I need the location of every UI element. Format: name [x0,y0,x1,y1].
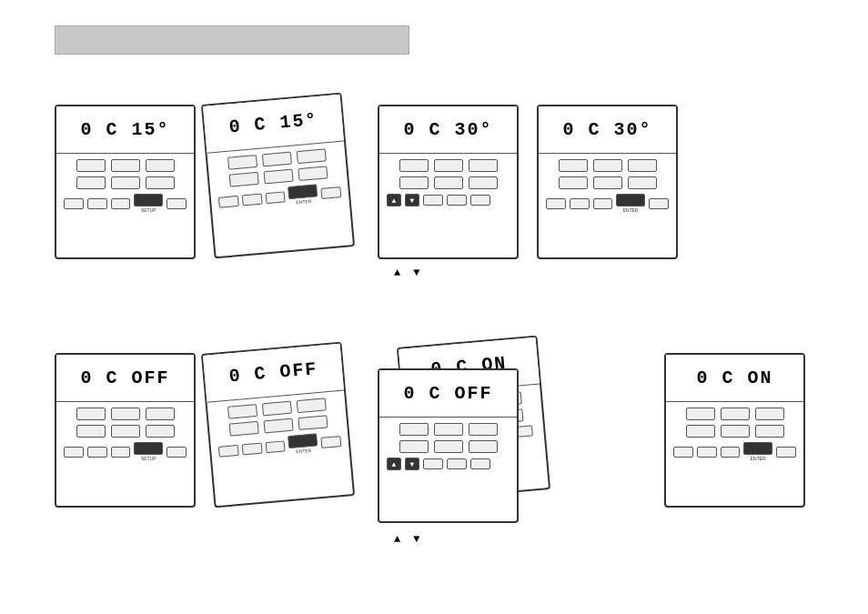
buttons-r1p3: ▲ ▼ [379,154,517,257]
display-r1p4: 0 C 30° [539,106,676,154]
btn[interactable] [399,440,429,453]
enter-button[interactable] [616,194,645,206]
btn[interactable] [434,423,463,436]
down-arrow-button[interactable]: ▼ [405,194,419,206]
btn[interactable] [218,444,239,457]
btn[interactable] [111,447,131,458]
enter-button[interactable] [743,442,772,455]
btn[interactable] [296,398,326,413]
btn[interactable] [434,176,463,189]
btn[interactable] [87,447,107,458]
btn[interactable] [265,440,286,453]
btn[interactable] [218,195,239,207]
buttons-r1p4: ENTER [539,154,676,257]
btn[interactable] [423,195,443,206]
btn[interactable] [721,447,741,458]
btn[interactable] [228,172,258,187]
btn[interactable] [111,425,140,438]
btn[interactable] [298,166,328,181]
display-r1p1: 0 C 15° [56,106,194,154]
btn[interactable] [423,458,443,469]
btn[interactable] [228,421,258,437]
btn[interactable] [111,408,140,420]
btn[interactable] [469,176,498,189]
panel-r2p3-front: 0 C OFF ▲ ▼ [378,368,519,523]
enter-button[interactable] [288,184,318,199]
btn[interactable] [146,176,175,189]
btn[interactable] [469,159,498,172]
btn[interactable] [470,458,490,469]
btn[interactable] [593,176,622,189]
btn[interactable] [628,176,657,189]
btn[interactable] [697,447,717,458]
btn[interactable] [227,155,257,170]
btn[interactable] [469,440,498,453]
btn[interactable] [399,176,429,189]
btn[interactable] [447,458,467,469]
btn[interactable] [721,408,750,420]
btn[interactable] [686,408,715,420]
btn[interactable] [470,195,490,206]
btn[interactable] [76,425,106,438]
btn[interactable] [111,198,131,209]
btn[interactable] [755,408,784,420]
btn[interactable] [593,198,613,209]
setup-button[interactable] [134,442,163,455]
btn[interactable] [265,191,286,204]
btn[interactable] [434,440,463,453]
btn[interactable] [111,176,140,189]
btn[interactable] [321,186,342,199]
btn[interactable] [559,176,588,189]
btn[interactable] [263,169,293,185]
btn[interactable] [146,159,175,172]
btn[interactable] [721,425,750,438]
buttons-r1p2: ENTER [207,142,353,257]
btn[interactable] [755,425,784,438]
btn[interactable] [321,436,342,448]
btn[interactable] [87,198,107,209]
setup-button[interactable] [134,194,163,206]
panel-r1p3: 0 C 30° ▲ ▼ ▲ ▼ [378,105,519,259]
up-arrow-icon: ▲ [394,267,400,279]
btn[interactable] [399,423,429,436]
btn[interactable] [167,198,187,209]
btn[interactable] [559,159,588,172]
btn[interactable] [628,159,657,172]
btn[interactable] [434,159,463,172]
display-r2p3-front: 0 C OFF [379,370,517,418]
btn[interactable] [241,193,262,206]
btn[interactable] [261,152,291,167]
btn[interactable] [76,159,106,172]
btn[interactable] [227,404,257,419]
btn[interactable] [261,401,291,417]
btn[interactable] [64,447,84,458]
btn[interactable] [296,148,326,164]
down-arrow-button[interactable]: ▼ [405,458,419,470]
btn[interactable] [546,198,566,209]
buttons-r1p1: SETUP [56,154,194,257]
btn[interactable] [776,447,796,458]
btn[interactable] [399,159,429,172]
btn[interactable] [469,423,498,436]
btn[interactable] [593,159,622,172]
enter-button[interactable] [288,433,318,448]
btn[interactable] [447,195,467,206]
btn[interactable] [64,198,84,209]
btn[interactable] [263,418,293,434]
btn[interactable] [570,198,590,209]
btn[interactable] [649,198,669,209]
btn[interactable] [146,408,175,420]
display-r2p4: 0 C ON [666,355,803,402]
btn[interactable] [686,425,715,438]
up-arrow-button[interactable]: ▲ [387,458,401,470]
btn[interactable] [298,415,328,430]
btn[interactable] [76,176,106,189]
btn[interactable] [673,447,693,458]
btn[interactable] [146,425,175,438]
up-arrow-button[interactable]: ▲ [387,194,401,206]
btn[interactable] [241,442,262,455]
display-r1p3: 0 C 30° [379,106,517,154]
btn[interactable] [76,408,106,420]
btn[interactable] [167,447,187,458]
btn[interactable] [111,159,140,172]
